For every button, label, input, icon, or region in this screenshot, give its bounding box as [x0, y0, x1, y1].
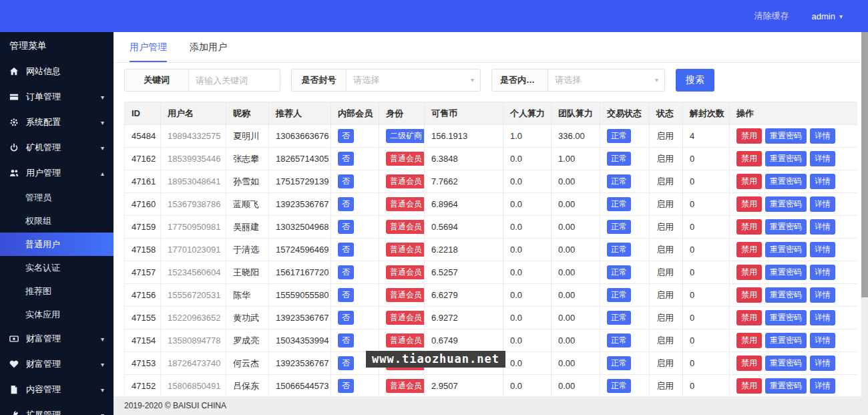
table-row: 4716118953048641孙雪如17515729139否普通会员7.766… — [125, 170, 858, 193]
cell-nickname: 张志攀 — [226, 148, 269, 170]
scrollbar[interactable] — [861, 32, 868, 396]
disable-button[interactable]: 禁用 — [736, 174, 762, 188]
admin-user-menu[interactable]: admin ▾ — [812, 11, 843, 21]
internal-select[interactable]: 请选择 ▾ — [548, 70, 664, 91]
cell-referrer: 13923536767 — [269, 307, 331, 329]
disable-button[interactable]: 禁用 — [736, 310, 762, 325]
sidebar-item-order-management[interactable]: 订单管理▾ — [0, 84, 114, 110]
orders-icon — [9, 92, 23, 102]
disable-button[interactable]: 禁用 — [736, 265, 762, 279]
banned-filter-group: 是否封号 请选择 ▾ — [291, 69, 481, 92]
cell-identity: 普通会员 — [379, 261, 425, 284]
disable-button[interactable]: 禁用 — [736, 333, 762, 348]
sidebar-item-label: 矿机管理 — [26, 142, 61, 154]
trade-status-badge: 正常 — [607, 265, 631, 279]
sidebar-item-label: 财富管理 — [26, 333, 61, 345]
reset-password-button[interactable]: 重置密码 — [765, 242, 807, 257]
reset-password-button[interactable]: 重置密码 — [765, 151, 807, 166]
search-button[interactable]: 搜索 — [676, 69, 714, 92]
identity-badge: 普通会员 — [386, 220, 425, 233]
details-button[interactable]: 详情 — [810, 310, 835, 325]
trade-status-badge: 正常 — [607, 129, 631, 142]
cell-coins: 6.8964 — [425, 193, 503, 216]
reset-password-button[interactable]: 重置密码 — [765, 333, 807, 348]
reset-password-button[interactable]: 重置密码 — [765, 265, 807, 279]
column-header: 团队算力 — [552, 102, 600, 125]
topbar: 清除缓存 admin ▾ — [0, 0, 868, 32]
sidebar-subitem-administrators[interactable]: 管理员 — [0, 186, 114, 209]
reset-password-button[interactable]: 重置密码 — [765, 128, 807, 143]
disable-button[interactable]: 禁用 — [736, 356, 762, 370]
sidebar-item-wealth-management-2[interactable]: 财富管理▾ — [0, 352, 114, 377]
sidebar-title: 管理菜单 — [0, 32, 114, 59]
cell-nickname: 黄功武 — [226, 307, 269, 329]
details-button[interactable]: 详情 — [810, 287, 835, 302]
details-button[interactable]: 详情 — [810, 356, 835, 370]
sidebar-item-content-management[interactable]: 内容管理▾ — [0, 377, 114, 402]
reset-password-button[interactable]: 重置密码 — [765, 174, 807, 188]
cell-status: 启用 — [650, 307, 683, 329]
details-button[interactable]: 详情 — [810, 128, 835, 143]
sidebar-subitem-real-name-auth[interactable]: 实名认证 — [0, 256, 114, 279]
banned-select[interactable]: 请选择 ▾ — [347, 70, 480, 91]
column-header: 用户名 — [161, 102, 226, 125]
sidebar-item-extension-management[interactable]: 扩展管理▾ — [0, 402, 114, 415]
scrollbar-thumb[interactable] — [861, 32, 868, 297]
reset-password-button[interactable]: 重置密码 — [765, 310, 807, 325]
cell-status: 启用 — [650, 193, 683, 216]
cell-nickname: 王晓阳 — [226, 261, 269, 284]
banned-label: 是否封号 — [292, 70, 347, 91]
details-button[interactable]: 详情 — [810, 265, 835, 279]
cell-personal-power: 0.0 — [503, 148, 552, 170]
disable-button[interactable]: 禁用 — [736, 128, 762, 143]
reset-password-button[interactable]: 重置密码 — [765, 356, 807, 370]
cell-status: 启用 — [650, 329, 683, 352]
tab-add-user[interactable]: 添加用户 — [190, 32, 227, 62]
disable-button[interactable]: 禁用 — [736, 242, 762, 257]
cell-referrer: 15617167720 — [269, 261, 331, 284]
cell-team-power: 0.00 — [552, 307, 600, 329]
sidebar-subitem-referral-chart[interactable]: 推荐图 — [0, 279, 114, 303]
identity-badge: 普通会员 — [386, 311, 425, 324]
sidebar-item-wealth-management-1[interactable]: 财富管理▾ — [0, 326, 114, 352]
table-row: 4548419894332575夏明川13063663676否二级矿商156.1… — [125, 125, 858, 148]
cell-unban-count: 0 — [683, 375, 730, 397]
sidebar-item-label: 财富管理 — [26, 358, 61, 370]
cell-personal-power: 0.0 — [503, 352, 552, 375]
disable-button[interactable]: 禁用 — [736, 378, 762, 393]
internal-badge: 否 — [338, 152, 354, 165]
sidebar-subitem-entity-app[interactable]: 实体应用 — [0, 303, 114, 326]
details-button[interactable]: 详情 — [810, 242, 835, 257]
disable-button[interactable]: 禁用 — [736, 219, 762, 234]
details-button[interactable]: 详情 — [810, 196, 835, 211]
reset-password-button[interactable]: 重置密码 — [765, 287, 807, 302]
cell-internal-member: 否 — [331, 216, 379, 239]
disable-button[interactable]: 禁用 — [736, 287, 762, 302]
details-button[interactable]: 详情 — [810, 151, 835, 166]
sidebar-item-user-management[interactable]: 用户管理▴ — [0, 160, 114, 186]
reset-password-button[interactable]: 重置密码 — [765, 219, 807, 234]
internal-badge: 否 — [338, 311, 354, 324]
identity-badge: 普通会员 — [386, 243, 425, 256]
sidebar-item-miner-management[interactable]: 矿机管理▾ — [0, 135, 114, 160]
keyword-input[interactable] — [189, 70, 280, 91]
disable-button[interactable]: 禁用 — [736, 196, 762, 211]
sidebar-subitem-permission-groups[interactable]: 权限组 — [0, 209, 114, 233]
reset-password-button[interactable]: 重置密码 — [765, 196, 807, 211]
details-button[interactable]: 详情 — [810, 378, 835, 393]
cell-team-power: 0.00 — [552, 375, 600, 397]
reset-password-button[interactable]: 重置密码 — [765, 378, 807, 393]
table-row: 4715615556720531陈华15559055580否普通会员6.6279… — [125, 284, 858, 307]
cell-status: 启用 — [650, 352, 683, 375]
sidebar-item-site-info[interactable]: 网站信息 — [0, 59, 114, 84]
sidebar-subitem-normal-users[interactable]: 普通用户 — [0, 233, 114, 256]
tab-user-management[interactable]: 用户管理 — [130, 32, 167, 62]
disable-button[interactable]: 禁用 — [736, 151, 762, 166]
clear-cache-link[interactable]: 清除缓存 — [754, 10, 789, 22]
sidebar-item-system-config[interactable]: 系统配置▾ — [0, 110, 114, 135]
cell-coins: 2.9507 — [425, 375, 503, 397]
details-button[interactable]: 详情 — [810, 174, 835, 188]
details-button[interactable]: 详情 — [810, 333, 835, 348]
cell-actions: 禁用重置密码详情 — [730, 284, 858, 307]
details-button[interactable]: 详情 — [810, 219, 835, 234]
